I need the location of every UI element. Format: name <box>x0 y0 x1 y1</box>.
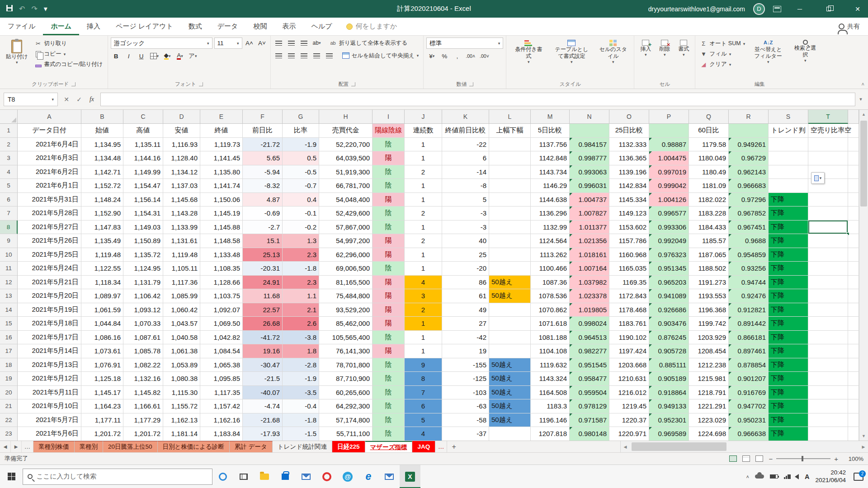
cell-J6[interactable]: 1 <box>405 193 442 207</box>
cell-B22[interactable]: 1,177.11 <box>81 413 123 427</box>
cell-G9[interactable]: 1.3 <box>283 234 319 248</box>
cell-T15[interactable] <box>808 317 848 331</box>
cell-styles-button[interactable]: セルのスタイル ▾ <box>595 38 631 67</box>
sheet-tab-トレンド統計関連[interactable]: トレンド統計関連 <box>273 441 332 452</box>
cell-O21[interactable]: 1219.45 <box>609 399 649 413</box>
cell-P12[interactable]: 0.965203 <box>649 276 689 290</box>
cell-A5[interactable]: 2021年6月1日 <box>18 179 81 193</box>
row-header-12[interactable]: 12 <box>0 276 18 290</box>
cell-C11[interactable]: 1,124.95 <box>123 262 163 276</box>
cell-C21[interactable]: 1,166.61 <box>123 399 163 413</box>
cell-A6[interactable]: 2021年5月31日 <box>18 193 81 207</box>
customize-qat-button[interactable]: ▾ <box>44 5 47 13</box>
cell-S23[interactable]: 下降 <box>769 427 808 441</box>
cell-R11[interactable]: 0.93256 <box>729 262 769 276</box>
cell-C14[interactable]: 1,093.12 <box>123 303 163 317</box>
cell-S22[interactable]: 下降 <box>769 413 808 427</box>
comma-style-button[interactable]: , <box>452 51 462 61</box>
vertical-scroll-thumb[interactable] <box>860 121 867 206</box>
scroll-down-icon[interactable]: ▼ <box>859 432 868 441</box>
cell-B15[interactable]: 1,044.84 <box>81 317 123 331</box>
paste-button[interactable]: 貼り付け ▾ <box>3 38 31 67</box>
cell-H13[interactable]: 75,484,800 <box>319 289 373 303</box>
cell-C9[interactable]: 1,150.89 <box>123 234 163 248</box>
insert-cells-button[interactable]: 挿入 ▾ <box>637 38 654 60</box>
row-header-19[interactable]: 19 <box>0 372 18 386</box>
cell-M3[interactable]: 1142.848 <box>531 151 570 165</box>
collapse-ribbon-button[interactable]: ˄ <box>862 81 864 87</box>
cell-F22[interactable]: -21.68 <box>243 413 283 427</box>
tab-help[interactable]: ヘルプ <box>303 18 340 35</box>
cell-B18[interactable]: 1,076.91 <box>81 358 123 372</box>
header-cell-M[interactable]: 5日比較 <box>531 124 570 138</box>
sheet-tab-マザーズ指標[interactable]: マザーズ指標 <box>365 441 413 452</box>
cell-B21[interactable]: 1,164.23 <box>81 399 123 413</box>
cell-N18[interactable]: 0.951545 <box>570 358 609 372</box>
cell-P3[interactable]: 1.004475 <box>649 151 689 165</box>
cell-F20[interactable]: -40.07 <box>243 386 283 400</box>
cell-M18[interactable]: 1119.632 <box>531 358 570 372</box>
cell-M15[interactable]: 1071.618 <box>531 317 570 331</box>
ime-mode-indicator[interactable]: A <box>805 473 809 480</box>
row-header-5[interactable]: 5 <box>0 179 18 193</box>
cell-E14[interactable]: 1,092.07 <box>200 303 243 317</box>
cell-C20[interactable]: 1,145.82 <box>123 386 163 400</box>
cell-P22[interactable]: 0.952301 <box>649 413 689 427</box>
cell-N13[interactable]: 1.023378 <box>570 289 609 303</box>
cell-P7[interactable]: 0.996577 <box>649 206 689 221</box>
cell-Q12[interactable]: 1191.273 <box>689 276 729 290</box>
cell-L5[interactable] <box>489 179 531 193</box>
merge-center-button[interactable]: セルを結合して中央揃え ▾ <box>340 51 421 61</box>
cell-D11[interactable]: 1,105.11 <box>163 262 200 276</box>
cell-C15[interactable]: 1,070.33 <box>123 317 163 331</box>
cell-O12[interactable]: 1169.35 <box>609 276 649 290</box>
cell-G8[interactable]: -0.2 <box>283 221 319 235</box>
cell-R20[interactable]: 0.916769 <box>729 386 769 400</box>
email-app-button[interactable]: @ <box>337 465 358 488</box>
row-header-3[interactable]: 3 <box>0 151 18 165</box>
cell-Q23[interactable]: 1224.698 <box>689 427 729 441</box>
cell-N23[interactable]: 0.980148 <box>570 427 609 441</box>
add-sheet-button[interactable]: + <box>447 441 461 452</box>
cell-J19[interactable]: 8 <box>405 372 442 386</box>
cell-A20[interactable]: 2021年5月11日 <box>18 386 81 400</box>
action-center-button[interactable]: 2 <box>854 473 863 481</box>
find-select-button[interactable]: 検索と選択 ▾ <box>789 38 821 66</box>
cell-A21[interactable]: 2021年5月10日 <box>18 399 81 413</box>
cell-S21[interactable]: 下降 <box>769 399 808 413</box>
column-header-K[interactable]: K <box>442 110 489 124</box>
cell-E3[interactable]: 1,141.45 <box>200 151 243 165</box>
cell-I4[interactable]: 陰 <box>373 165 405 179</box>
orientation-button[interactable]: ab▾ <box>311 38 322 48</box>
header-cell-B[interactable]: 始値 <box>81 124 123 138</box>
cell-D6[interactable]: 1,145.68 <box>163 193 200 207</box>
cell-J17[interactable]: 1 <box>405 344 442 358</box>
header-cell-F[interactable]: 前日比 <box>243 124 283 138</box>
column-header-I[interactable]: I <box>373 110 405 124</box>
cell-J13[interactable]: 3 <box>405 289 442 303</box>
cell-E7[interactable]: 1,145.19 <box>200 206 243 221</box>
cell-S13[interactable]: 下降 <box>769 289 808 303</box>
column-header-G[interactable]: G <box>283 110 319 124</box>
outlook-button[interactable] <box>379 465 400 488</box>
cell-N16[interactable]: 0.964513 <box>570 331 609 345</box>
sheet-tab-20日騰落上位50[interactable]: 20日騰落上位50 <box>103 441 158 452</box>
cell-N15[interactable]: 0.998024 <box>570 317 609 331</box>
cell-K2[interactable]: -22 <box>442 138 489 152</box>
header-cell-K[interactable]: 終値前日比較 <box>442 124 489 138</box>
page-layout-view-button[interactable] <box>742 455 750 462</box>
header-cell-N[interactable] <box>570 124 609 138</box>
cell-S4[interactable] <box>769 165 808 179</box>
sheet-tab-overflow-right[interactable]: … <box>435 441 447 452</box>
row-header-7[interactable]: 7 <box>0 206 18 221</box>
row-header-15[interactable]: 15 <box>0 317 18 331</box>
cell-L11[interactable] <box>489 262 531 276</box>
cell-N12[interactable]: 1.037982 <box>570 276 609 290</box>
cell-K22[interactable]: -58 <box>442 413 489 427</box>
cell-E11[interactable]: 1,108.35 <box>200 262 243 276</box>
cell-Q9[interactable]: 1185.57 <box>689 234 729 248</box>
cell-A18[interactable]: 2021年5月13日 <box>18 358 81 372</box>
cell-F10[interactable]: 25.13 <box>243 248 283 262</box>
cell-K3[interactable]: 6 <box>442 151 489 165</box>
cell-S5[interactable] <box>769 179 808 193</box>
